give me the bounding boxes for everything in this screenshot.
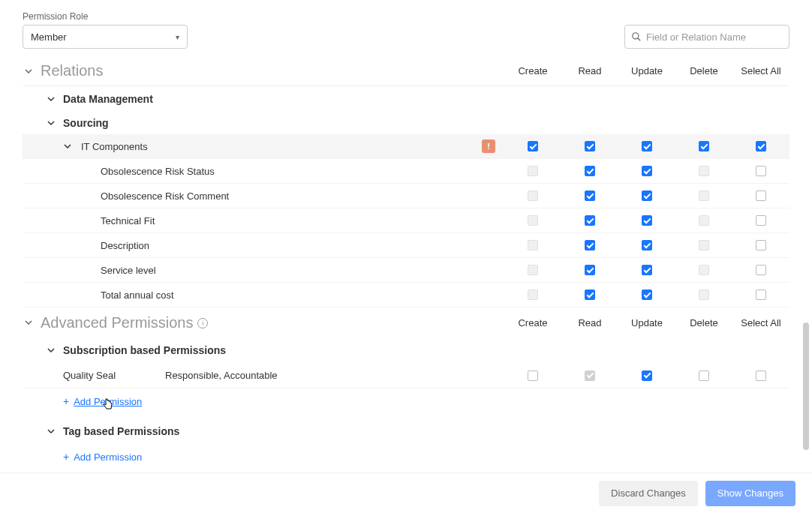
advanced-title: Advanced Permissionsi bbox=[41, 314, 504, 332]
col-update: Update bbox=[618, 65, 675, 76]
add-permission-label-2: Add Permission bbox=[74, 452, 142, 463]
chk-desc-create[interactable] bbox=[528, 240, 538, 250]
chk-tech-fit-create[interactable] bbox=[528, 215, 538, 226]
row-quality-seal: Quality Seal Responsible, Accountable bbox=[23, 363, 789, 388]
chevron-down-icon: ▾ bbox=[176, 33, 179, 41]
chk-tech-fit-all[interactable] bbox=[756, 215, 766, 226]
chk-qs-update[interactable] bbox=[642, 370, 652, 381]
chk-svc-update[interactable] bbox=[642, 265, 652, 275]
svg-point-0 bbox=[633, 33, 639, 39]
chk-svc-read[interactable] bbox=[585, 265, 595, 275]
chk-obs-comment-delete[interactable] bbox=[699, 190, 709, 201]
sourcing-group[interactable]: Sourcing bbox=[23, 112, 789, 134]
chk-desc-update[interactable] bbox=[642, 240, 652, 250]
row-it-components: IT Components ! bbox=[23, 134, 789, 159]
data-mgmt-title: Data Management bbox=[63, 93, 153, 105]
relations-header: Relations Create Read Update Delete Sele… bbox=[23, 56, 789, 86]
col-delete: Delete bbox=[675, 65, 732, 76]
chk-desc-read[interactable] bbox=[585, 240, 595, 250]
sub-based-toggle[interactable] bbox=[45, 344, 57, 356]
sub-based-group[interactable]: Subscription based Permissions bbox=[23, 338, 789, 363]
chk-obs-status-delete[interactable] bbox=[699, 166, 709, 176]
discard-button[interactable]: Discard Changes bbox=[599, 481, 698, 506]
sourcing-toggle[interactable] bbox=[45, 117, 57, 129]
data-mgmt-toggle[interactable] bbox=[45, 93, 57, 105]
chk-qs-delete[interactable] bbox=[699, 370, 709, 381]
chk-obs-comment-all[interactable] bbox=[756, 190, 766, 201]
main-content: Relations Create Read Update Delete Sele… bbox=[0, 56, 812, 470]
chk-itc-update[interactable] bbox=[642, 141, 652, 152]
role-block: Permission Role Member ▾ bbox=[23, 11, 188, 49]
chk-tech-fit-delete[interactable] bbox=[699, 215, 709, 226]
relations-toggle[interactable] bbox=[23, 65, 35, 77]
role-label: Permission Role bbox=[23, 11, 188, 22]
chk-obs-status-create[interactable] bbox=[528, 166, 538, 176]
chk-tech-fit-read[interactable] bbox=[585, 215, 595, 226]
chk-cost-all[interactable] bbox=[756, 290, 766, 300]
chk-obs-status-all[interactable] bbox=[756, 166, 766, 176]
advanced-header: Advanced Permissionsi Create Read Update… bbox=[23, 308, 789, 338]
chk-obs-status-update[interactable] bbox=[642, 166, 652, 176]
column-headers: Create Read Update Delete Select All bbox=[504, 65, 789, 76]
chk-desc-all[interactable] bbox=[756, 240, 766, 250]
plus-icon: + bbox=[63, 396, 69, 406]
it-components-toggle[interactable] bbox=[62, 142, 74, 150]
total-cost-label: Total annual cost bbox=[74, 290, 504, 301]
chk-itc-read[interactable] bbox=[585, 141, 595, 152]
chk-cost-create[interactable] bbox=[528, 290, 538, 300]
add-permission-tag[interactable]: + Add Permission bbox=[23, 444, 789, 470]
col-select-all: Select All bbox=[732, 65, 789, 76]
search-field[interactable] bbox=[624, 25, 789, 49]
footer: Discard Changes Show Changes bbox=[0, 472, 812, 513]
plus-icon-2: + bbox=[63, 452, 69, 462]
service-level-label: Service level bbox=[74, 265, 504, 276]
chk-itc-all[interactable] bbox=[756, 141, 766, 152]
adv-col-update: Update bbox=[618, 317, 675, 328]
adv-col-read: Read bbox=[561, 317, 618, 328]
row-tech-fit: Technical Fit bbox=[23, 208, 789, 233]
chk-cost-delete[interactable] bbox=[699, 290, 709, 300]
chk-obs-status-read[interactable] bbox=[585, 166, 595, 176]
chk-tech-fit-update[interactable] bbox=[642, 215, 652, 226]
tech-fit-label: Technical Fit bbox=[74, 215, 504, 226]
svg-line-1 bbox=[638, 38, 641, 41]
chk-itc-create[interactable] bbox=[528, 141, 538, 152]
tag-based-group[interactable]: Tag based Permissions bbox=[23, 418, 789, 444]
search-input[interactable] bbox=[646, 32, 783, 43]
data-management-group[interactable]: Data Management bbox=[23, 86, 789, 112]
it-components-label: IT Components bbox=[74, 141, 482, 152]
chk-qs-all[interactable] bbox=[756, 370, 766, 381]
col-read: Read bbox=[561, 65, 618, 76]
role-value: Member bbox=[31, 32, 67, 43]
role-select[interactable]: Member ▾ bbox=[23, 25, 188, 49]
chk-obs-comment-read[interactable] bbox=[585, 190, 595, 201]
chk-obs-comment-update[interactable] bbox=[642, 190, 652, 201]
obs-status-label: Obsolescence Risk Status bbox=[74, 166, 504, 177]
quality-seal-scope: Responsible, Accountable bbox=[165, 370, 504, 381]
description-label: Description bbox=[74, 240, 504, 251]
chk-itc-delete[interactable] bbox=[699, 141, 709, 152]
sourcing-title: Sourcing bbox=[63, 117, 109, 129]
chk-svc-delete[interactable] bbox=[699, 265, 709, 275]
search-icon bbox=[631, 32, 642, 42]
chk-qs-create[interactable] bbox=[528, 370, 538, 381]
row-total-cost: Total annual cost bbox=[23, 283, 789, 308]
chk-qs-read bbox=[585, 370, 595, 381]
warning-badge: ! bbox=[482, 140, 495, 153]
chk-cost-update[interactable] bbox=[642, 290, 652, 300]
chk-desc-delete[interactable] bbox=[699, 240, 709, 250]
row-service-level: Service level bbox=[23, 258, 789, 283]
add-permission-sub[interactable]: + Add Permission bbox=[23, 388, 789, 414]
chk-svc-create[interactable] bbox=[528, 265, 538, 275]
chk-cost-read[interactable] bbox=[585, 290, 595, 300]
chk-obs-comment-create[interactable] bbox=[528, 190, 538, 201]
tag-based-toggle[interactable] bbox=[45, 425, 57, 437]
show-changes-button[interactable]: Show Changes bbox=[705, 481, 795, 506]
col-create: Create bbox=[504, 65, 561, 76]
obs-comment-label: Obsolescence Risk Comment bbox=[74, 190, 504, 202]
add-permission-label: Add Permission bbox=[74, 396, 142, 407]
info-icon[interactable]: i bbox=[197, 318, 208, 328]
scrollbar-thumb[interactable] bbox=[803, 322, 809, 450]
chk-svc-all[interactable] bbox=[756, 265, 766, 275]
advanced-toggle[interactable] bbox=[23, 316, 35, 328]
